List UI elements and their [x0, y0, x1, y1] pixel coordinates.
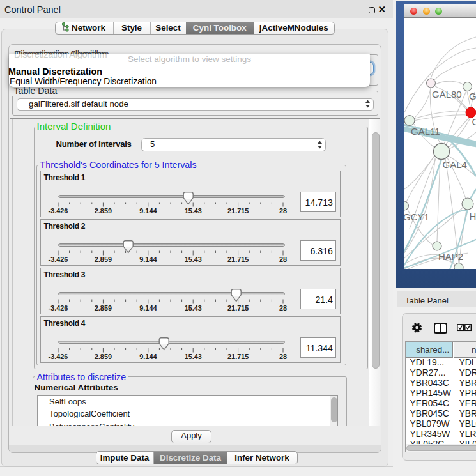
- svg-text:GAL11: GAL11: [411, 126, 440, 137]
- svg-text:GAL80: GAL80: [432, 89, 462, 100]
- svg-text:HAP2: HAP2: [438, 251, 463, 262]
- svg-text:C: C: [472, 116, 476, 127]
- svg-text:GAL4: GAL4: [443, 159, 467, 170]
- svg-text:GA: GA: [469, 91, 476, 102]
- svg-text:H: H: [470, 211, 476, 222]
- svg-text:GCY1: GCY1: [404, 211, 429, 222]
